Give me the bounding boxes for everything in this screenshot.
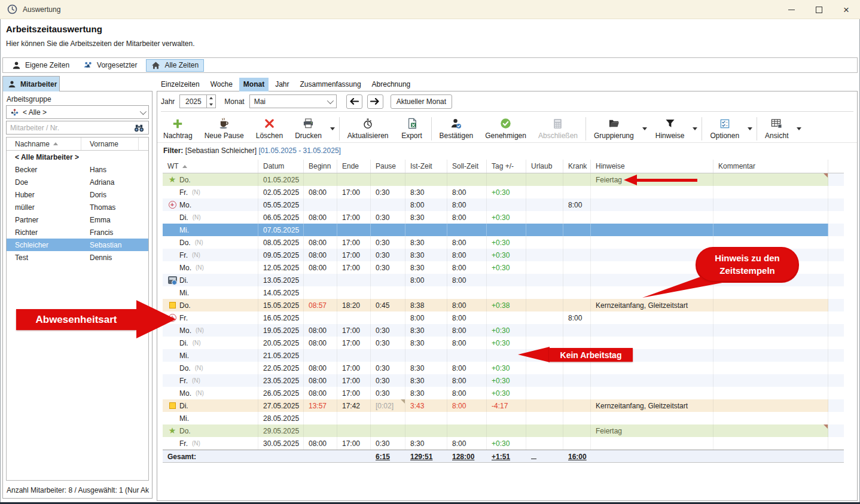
abschliessen-button[interactable]: Abschließen bbox=[532, 115, 584, 142]
optionen-dropdown-button[interactable] bbox=[745, 115, 755, 142]
column-ist-zeit[interactable]: Ist-Zeit bbox=[405, 160, 447, 173]
ansicht-button[interactable]: Ansicht bbox=[759, 115, 794, 142]
time-row[interactable]: Fr.(N)30.05.202508:0017:000:308:308:00+0… bbox=[163, 437, 844, 450]
n-marker: (N) bbox=[196, 390, 204, 396]
drucken-button[interactable]: Drucken bbox=[289, 115, 328, 142]
time-row[interactable]: Mo.(N)19.05.202508:0017:000:308:308:00+0… bbox=[163, 324, 844, 337]
note-corner-icon bbox=[824, 173, 828, 178]
time-row[interactable]: Fr.(N)02.05.202508:0017:000:308:308:00+0… bbox=[163, 186, 844, 198]
datum-value: 06.05.2025 bbox=[263, 213, 299, 222]
tab-mitarbeiter[interactable]: Mitarbeiter bbox=[2, 76, 60, 91]
drucken-dropdown-button[interactable] bbox=[328, 115, 337, 142]
column-beginn[interactable]: Beginn bbox=[304, 160, 337, 173]
column-wt[interactable]: WT bbox=[163, 160, 258, 173]
workgroup-select[interactable]: < Alle > bbox=[6, 105, 149, 119]
tab-monat[interactable]: Monat bbox=[239, 78, 269, 91]
soll-value: 8:00 bbox=[452, 326, 466, 335]
tab-abrechnung[interactable]: Abrechnung bbox=[368, 78, 415, 91]
n-marker: (N) bbox=[196, 264, 204, 271]
ist-value: 8:00 bbox=[410, 201, 424, 209]
tab-eigene-zeiten[interactable]: Eigene Zeiten bbox=[7, 59, 75, 72]
filter-range: [01.05.2025 - 31.05.2025] bbox=[258, 146, 340, 155]
tab-alle-zeiten[interactable]: Alle Zeiten bbox=[146, 59, 204, 72]
weekday-label: Mo. bbox=[179, 326, 191, 335]
list-item-all-employees[interactable]: < Alle Mitarbeiter > bbox=[7, 151, 148, 163]
optionen-button[interactable]: Optionen bbox=[704, 115, 745, 142]
time-row[interactable]: Do.(N)22.05.202508:0017:000:308:308:00+0… bbox=[163, 362, 844, 374]
employee-row[interactable]: BeckerHans bbox=[7, 163, 148, 176]
employee-firstname: Doris bbox=[81, 191, 139, 199]
employee-row[interactable]: TestDennis bbox=[7, 251, 148, 264]
column-tag-saldo[interactable]: Tag +/- bbox=[487, 160, 526, 173]
tab-zusammenfassung[interactable]: Zusammenfassung bbox=[296, 78, 365, 91]
genehmigen-button[interactable]: Genehmigen bbox=[479, 115, 532, 142]
time-row[interactable]: Mo.(N)26.05.202508:0017:000:308:308:00+0… bbox=[163, 387, 844, 399]
time-row[interactable]: Di.(N)06.05.202508:0017:000:308:308:00+0… bbox=[163, 211, 844, 224]
bestaetigen-button[interactable]: Bestätigen bbox=[434, 115, 480, 142]
tab-einzelzeiten[interactable]: Einzelzeiten bbox=[157, 78, 204, 91]
time-row[interactable]: Fr.16.05.20258:008:008:00 bbox=[163, 311, 844, 324]
tab-woche[interactable]: Woche bbox=[206, 78, 237, 91]
time-row[interactable]: Fr.(N)23.05.202508:0017:000:308:308:00+0… bbox=[163, 374, 844, 387]
employee-search-input[interactable] bbox=[10, 124, 133, 132]
datum-value: 14.05.2025 bbox=[263, 289, 299, 297]
printer-icon bbox=[302, 118, 314, 130]
hinweise-button[interactable]: Hinweise bbox=[649, 115, 691, 142]
hinweise-dropdown-button[interactable] bbox=[690, 115, 700, 142]
next-month-button[interactable] bbox=[367, 94, 383, 109]
aktualisieren-button[interactable]: Aktualisieren bbox=[341, 115, 395, 142]
export-button[interactable]: Export bbox=[395, 115, 429, 142]
time-row[interactable]: Mo.05.05.20258:008:008:00 bbox=[163, 198, 844, 211]
column-pause[interactable]: Pause bbox=[371, 160, 405, 173]
weekday-label: Fr. bbox=[179, 377, 188, 385]
beginn-value: 13:57 bbox=[309, 402, 327, 410]
employee-row[interactable]: SchleicherSebastian bbox=[7, 239, 148, 251]
maximize-icon bbox=[816, 7, 822, 13]
current-month-button[interactable]: Aktueller Monat bbox=[391, 94, 452, 109]
ansicht-dropdown-button[interactable] bbox=[794, 115, 804, 142]
beginn-value: 08:57 bbox=[309, 301, 327, 310]
time-row[interactable]: Mi.28.05.2025 bbox=[163, 412, 844, 424]
nachtrag-button[interactable]: Nachtrag bbox=[157, 115, 199, 142]
total-tag: +1:51 bbox=[492, 453, 510, 461]
tab-vorgesetzter[interactable]: Vorgesetzter bbox=[78, 59, 142, 72]
time-row[interactable]: Do.01.05.2025Feiertag bbox=[163, 173, 844, 186]
column-nachname[interactable]: Nachname bbox=[7, 138, 81, 150]
loeschen-button[interactable]: Löschen bbox=[250, 115, 289, 142]
previous-month-button[interactable] bbox=[346, 94, 362, 109]
no-workday-annotation: Kein Arbeitstag bbox=[518, 347, 633, 363]
employee-row[interactable]: DoeAdriana bbox=[7, 176, 148, 188]
soll-value: 8:00 bbox=[452, 364, 466, 372]
employee-row[interactable]: HuberDoris bbox=[7, 188, 148, 201]
column-vorname[interactable]: Vorname bbox=[81, 138, 139, 150]
time-row[interactable]: Di.(N)20.05.202508:0017:000:308:308:00+0… bbox=[163, 337, 844, 349]
tab-jahr[interactable]: Jahr bbox=[271, 78, 293, 91]
employee-row[interactable]: PartnerEmma bbox=[7, 213, 148, 226]
column-ende[interactable]: Ende bbox=[337, 160, 371, 173]
maximize-button[interactable] bbox=[805, 0, 832, 19]
time-row[interactable]: Mi.07.05.2025 bbox=[163, 224, 844, 236]
month-select[interactable]: Mai bbox=[249, 94, 337, 108]
employee-row[interactable]: RichterFrancis bbox=[7, 226, 148, 239]
column-urlaub[interactable]: Urlaub bbox=[526, 160, 563, 173]
time-row[interactable]: Di.27.05.202513:5717:42[0:02]3:438:00-4:… bbox=[163, 399, 844, 412]
column-hinweise[interactable]: Hinweise bbox=[591, 160, 713, 173]
year-down-button[interactable] bbox=[207, 102, 215, 108]
time-row[interactable]: Do.29.05.2025Feiertag bbox=[163, 424, 844, 437]
employee-row[interactable]: müllerThomas bbox=[7, 201, 148, 213]
close-button[interactable]: × bbox=[832, 0, 860, 19]
star-icon bbox=[169, 426, 176, 435]
gruppierung-button[interactable]: Gruppierung bbox=[588, 115, 640, 142]
time-row[interactable]: Mi.21.05.2025 bbox=[163, 349, 844, 362]
all-employees-label: < Alle Mitarbeiter > bbox=[7, 153, 81, 161]
year-up-button[interactable] bbox=[207, 95, 215, 102]
year-value[interactable]: 2025 bbox=[180, 95, 206, 108]
neue-pause-button[interactable]: Neue Pause bbox=[199, 115, 250, 142]
gruppierung-dropdown-button[interactable] bbox=[640, 115, 649, 142]
tag-value: -4:17 bbox=[492, 402, 508, 410]
column-krank[interactable]: Krank bbox=[563, 160, 591, 173]
column-datum[interactable]: Datum bbox=[258, 160, 304, 173]
column-kommentar[interactable]: Kommentar bbox=[713, 160, 828, 173]
minimize-button[interactable] bbox=[777, 0, 805, 19]
column-soll-zeit[interactable]: Soll-Zeit bbox=[447, 160, 487, 173]
